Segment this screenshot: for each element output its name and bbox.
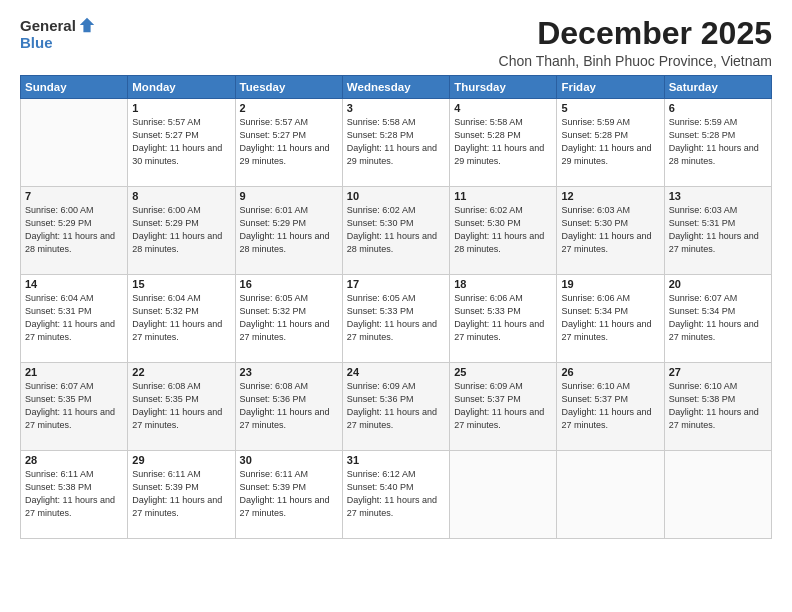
day-info-21: Sunrise: 6:07 AM Sunset: 5:35 PM Dayligh…	[25, 380, 123, 432]
day-info-5: Sunrise: 5:59 AM Sunset: 5:28 PM Dayligh…	[561, 116, 659, 168]
day-num-31: 31	[347, 454, 445, 466]
week-row-0: 1Sunrise: 5:57 AM Sunset: 5:27 PM Daylig…	[21, 99, 772, 187]
day-num-9: 9	[240, 190, 338, 202]
day-info-20: Sunrise: 6:07 AM Sunset: 5:34 PM Dayligh…	[669, 292, 767, 344]
col-tuesday: Tuesday	[235, 76, 342, 99]
day-num-6: 6	[669, 102, 767, 114]
cell-3-2: 23Sunrise: 6:08 AM Sunset: 5:36 PM Dayli…	[235, 363, 342, 451]
day-info-24: Sunrise: 6:09 AM Sunset: 5:36 PM Dayligh…	[347, 380, 445, 432]
day-info-2: Sunrise: 5:57 AM Sunset: 5:27 PM Dayligh…	[240, 116, 338, 168]
cell-4-2: 30Sunrise: 6:11 AM Sunset: 5:39 PM Dayli…	[235, 451, 342, 539]
cell-4-1: 29Sunrise: 6:11 AM Sunset: 5:39 PM Dayli…	[128, 451, 235, 539]
cell-1-1: 8Sunrise: 6:00 AM Sunset: 5:29 PM Daylig…	[128, 187, 235, 275]
day-info-26: Sunrise: 6:10 AM Sunset: 5:37 PM Dayligh…	[561, 380, 659, 432]
day-info-11: Sunrise: 6:02 AM Sunset: 5:30 PM Dayligh…	[454, 204, 552, 256]
cell-3-5: 26Sunrise: 6:10 AM Sunset: 5:37 PM Dayli…	[557, 363, 664, 451]
day-num-13: 13	[669, 190, 767, 202]
day-num-27: 27	[669, 366, 767, 378]
day-info-1: Sunrise: 5:57 AM Sunset: 5:27 PM Dayligh…	[132, 116, 230, 168]
cell-2-5: 19Sunrise: 6:06 AM Sunset: 5:34 PM Dayli…	[557, 275, 664, 363]
day-num-25: 25	[454, 366, 552, 378]
col-thursday: Thursday	[450, 76, 557, 99]
cell-4-3: 31Sunrise: 6:12 AM Sunset: 5:40 PM Dayli…	[342, 451, 449, 539]
cell-1-0: 7Sunrise: 6:00 AM Sunset: 5:29 PM Daylig…	[21, 187, 128, 275]
cell-1-5: 12Sunrise: 6:03 AM Sunset: 5:30 PM Dayli…	[557, 187, 664, 275]
day-num-23: 23	[240, 366, 338, 378]
cell-0-5: 5Sunrise: 5:59 AM Sunset: 5:28 PM Daylig…	[557, 99, 664, 187]
day-num-1: 1	[132, 102, 230, 114]
cell-0-0	[21, 99, 128, 187]
cell-0-3: 3Sunrise: 5:58 AM Sunset: 5:28 PM Daylig…	[342, 99, 449, 187]
cell-2-6: 20Sunrise: 6:07 AM Sunset: 5:34 PM Dayli…	[664, 275, 771, 363]
week-row-1: 7Sunrise: 6:00 AM Sunset: 5:29 PM Daylig…	[21, 187, 772, 275]
day-info-25: Sunrise: 6:09 AM Sunset: 5:37 PM Dayligh…	[454, 380, 552, 432]
calendar-header-row: Sunday Monday Tuesday Wednesday Thursday…	[21, 76, 772, 99]
col-sunday: Sunday	[21, 76, 128, 99]
cell-2-4: 18Sunrise: 6:06 AM Sunset: 5:33 PM Dayli…	[450, 275, 557, 363]
day-num-11: 11	[454, 190, 552, 202]
cell-3-4: 25Sunrise: 6:09 AM Sunset: 5:37 PM Dayli…	[450, 363, 557, 451]
cell-1-4: 11Sunrise: 6:02 AM Sunset: 5:30 PM Dayli…	[450, 187, 557, 275]
day-info-28: Sunrise: 6:11 AM Sunset: 5:38 PM Dayligh…	[25, 468, 123, 520]
cell-2-0: 14Sunrise: 6:04 AM Sunset: 5:31 PM Dayli…	[21, 275, 128, 363]
cell-1-6: 13Sunrise: 6:03 AM Sunset: 5:31 PM Dayli…	[664, 187, 771, 275]
cell-2-2: 16Sunrise: 6:05 AM Sunset: 5:32 PM Dayli…	[235, 275, 342, 363]
cell-0-4: 4Sunrise: 5:58 AM Sunset: 5:28 PM Daylig…	[450, 99, 557, 187]
col-wednesday: Wednesday	[342, 76, 449, 99]
week-row-4: 28Sunrise: 6:11 AM Sunset: 5:38 PM Dayli…	[21, 451, 772, 539]
day-num-10: 10	[347, 190, 445, 202]
day-num-14: 14	[25, 278, 123, 290]
day-info-27: Sunrise: 6:10 AM Sunset: 5:38 PM Dayligh…	[669, 380, 767, 432]
day-info-16: Sunrise: 6:05 AM Sunset: 5:32 PM Dayligh…	[240, 292, 338, 344]
day-num-8: 8	[132, 190, 230, 202]
col-monday: Monday	[128, 76, 235, 99]
cell-3-0: 21Sunrise: 6:07 AM Sunset: 5:35 PM Dayli…	[21, 363, 128, 451]
day-num-29: 29	[132, 454, 230, 466]
day-num-22: 22	[132, 366, 230, 378]
cell-3-3: 24Sunrise: 6:09 AM Sunset: 5:36 PM Dayli…	[342, 363, 449, 451]
day-num-12: 12	[561, 190, 659, 202]
month-title: December 2025	[499, 16, 772, 51]
calendar-table: Sunday Monday Tuesday Wednesday Thursday…	[20, 75, 772, 539]
week-row-2: 14Sunrise: 6:04 AM Sunset: 5:31 PM Dayli…	[21, 275, 772, 363]
cell-3-1: 22Sunrise: 6:08 AM Sunset: 5:35 PM Dayli…	[128, 363, 235, 451]
cell-0-6: 6Sunrise: 5:59 AM Sunset: 5:28 PM Daylig…	[664, 99, 771, 187]
day-num-19: 19	[561, 278, 659, 290]
day-info-19: Sunrise: 6:06 AM Sunset: 5:34 PM Dayligh…	[561, 292, 659, 344]
day-info-22: Sunrise: 6:08 AM Sunset: 5:35 PM Dayligh…	[132, 380, 230, 432]
subtitle: Chon Thanh, Binh Phuoc Province, Vietnam	[499, 53, 772, 69]
day-num-16: 16	[240, 278, 338, 290]
day-num-5: 5	[561, 102, 659, 114]
cell-0-2: 2Sunrise: 5:57 AM Sunset: 5:27 PM Daylig…	[235, 99, 342, 187]
cell-0-1: 1Sunrise: 5:57 AM Sunset: 5:27 PM Daylig…	[128, 99, 235, 187]
day-info-6: Sunrise: 5:59 AM Sunset: 5:28 PM Dayligh…	[669, 116, 767, 168]
cell-2-1: 15Sunrise: 6:04 AM Sunset: 5:32 PM Dayli…	[128, 275, 235, 363]
cell-2-3: 17Sunrise: 6:05 AM Sunset: 5:33 PM Dayli…	[342, 275, 449, 363]
day-num-30: 30	[240, 454, 338, 466]
day-info-10: Sunrise: 6:02 AM Sunset: 5:30 PM Dayligh…	[347, 204, 445, 256]
day-num-24: 24	[347, 366, 445, 378]
day-num-21: 21	[25, 366, 123, 378]
day-num-3: 3	[347, 102, 445, 114]
day-num-18: 18	[454, 278, 552, 290]
week-row-3: 21Sunrise: 6:07 AM Sunset: 5:35 PM Dayli…	[21, 363, 772, 451]
cell-1-2: 9Sunrise: 6:01 AM Sunset: 5:29 PM Daylig…	[235, 187, 342, 275]
day-info-7: Sunrise: 6:00 AM Sunset: 5:29 PM Dayligh…	[25, 204, 123, 256]
logo-general: General	[20, 17, 76, 34]
day-info-12: Sunrise: 6:03 AM Sunset: 5:30 PM Dayligh…	[561, 204, 659, 256]
title-block: December 2025 Chon Thanh, Binh Phuoc Pro…	[499, 16, 772, 69]
day-num-26: 26	[561, 366, 659, 378]
day-info-9: Sunrise: 6:01 AM Sunset: 5:29 PM Dayligh…	[240, 204, 338, 256]
logo-icon	[78, 16, 96, 34]
cell-4-6	[664, 451, 771, 539]
day-num-7: 7	[25, 190, 123, 202]
page: General Blue December 2025 Chon Thanh, B…	[0, 0, 792, 612]
day-info-17: Sunrise: 6:05 AM Sunset: 5:33 PM Dayligh…	[347, 292, 445, 344]
col-friday: Friday	[557, 76, 664, 99]
day-info-29: Sunrise: 6:11 AM Sunset: 5:39 PM Dayligh…	[132, 468, 230, 520]
day-info-30: Sunrise: 6:11 AM Sunset: 5:39 PM Dayligh…	[240, 468, 338, 520]
day-info-4: Sunrise: 5:58 AM Sunset: 5:28 PM Dayligh…	[454, 116, 552, 168]
day-num-28: 28	[25, 454, 123, 466]
day-info-23: Sunrise: 6:08 AM Sunset: 5:36 PM Dayligh…	[240, 380, 338, 432]
day-num-15: 15	[132, 278, 230, 290]
